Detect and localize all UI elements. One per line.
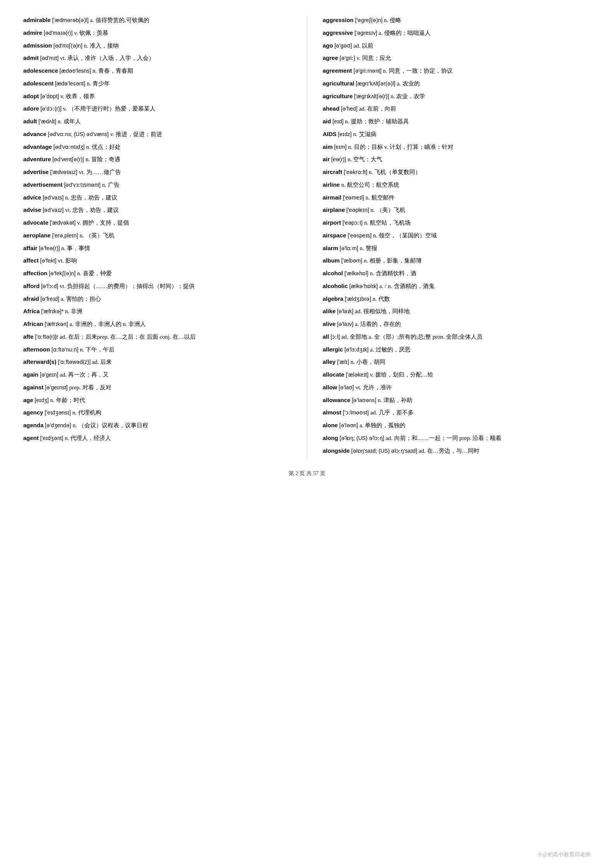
entry-def: 忠告，劝告，建议 bbox=[71, 194, 117, 201]
entry-def: 青少年 bbox=[92, 80, 110, 87]
entry-def: 害怕的；担心 bbox=[66, 296, 101, 302]
entry-word: airline bbox=[323, 181, 340, 188]
entry-phonetic: [əd'vaɪz] bbox=[43, 207, 63, 213]
dictionary-entry: advice [əd'vaɪs] n. 忠告，劝告，建议 bbox=[23, 193, 291, 203]
entry-def: 以前 bbox=[362, 43, 373, 49]
entry-word: age bbox=[23, 397, 33, 403]
entry-phonetic: [eɪd] bbox=[332, 118, 343, 124]
dictionary-entry: alike [ə'laɪk] ad. 很相似地，同样地 bbox=[323, 307, 591, 316]
entry-def: 单独的，孤独的 bbox=[365, 422, 405, 428]
entry-pos: v. bbox=[74, 30, 78, 36]
entry-pos: n. bbox=[80, 346, 84, 353]
entry-pos: n. bbox=[61, 245, 65, 251]
dictionary-entry: against [ə'geɪnst] prep. 对着，反对 bbox=[23, 383, 291, 392]
entry-def: 青春，青春期 bbox=[98, 68, 133, 74]
entry-phonetic: [ə'fekt] bbox=[40, 258, 56, 264]
entry-phonetic: [əd'ventʃə(r)] bbox=[52, 156, 84, 162]
entry-phonetic: [ə'hed] bbox=[341, 106, 357, 112]
entry-def: 援助；救护；辅助器具 bbox=[351, 118, 409, 124]
entry-def: 航空站，飞机场 bbox=[370, 220, 410, 226]
entry-def: 再一次；再，又 bbox=[68, 372, 109, 378]
entry-phonetic: [ædə'lesənt] bbox=[55, 80, 85, 87]
entry-pos: n. bbox=[353, 131, 357, 137]
logo-watermark: ※@初高中教育邱老师 bbox=[537, 851, 591, 858]
entry-phonetic: ['ælɪ] bbox=[337, 359, 349, 365]
entry-word: adore bbox=[23, 105, 39, 112]
entry-word: all bbox=[323, 333, 329, 340]
entry-pos: v. bbox=[357, 55, 361, 61]
entry-pos: v. bbox=[77, 220, 81, 226]
entry-def: 广告 bbox=[108, 182, 120, 188]
entry-word: adventure bbox=[23, 156, 51, 162]
dictionary-entry: airspace ['eəspeɪs] n. 领空，（某国的）空域 bbox=[323, 231, 591, 240]
entry-word: affect bbox=[23, 257, 39, 264]
dictionary-entry: aggression ['əgreʃ(ə)n] n. 侵略 bbox=[323, 15, 591, 25]
entry-def: 艾滋病 bbox=[359, 131, 376, 137]
entry-word: admire bbox=[23, 29, 42, 36]
dictionary-entry: afte ['ɑːftə(r)]r ad. 在后；后来prep. 在…之后；在 … bbox=[23, 332, 291, 342]
entry-word: alcoholic bbox=[323, 283, 348, 289]
entry-word: afternoon bbox=[23, 346, 50, 353]
dictionary-entry: alarm [ə'lɑːm] n. 警报 bbox=[323, 244, 591, 253]
entry-word: allow bbox=[323, 384, 337, 391]
entry-word: AIDS bbox=[323, 131, 337, 137]
entry-pos: vt. bbox=[60, 283, 65, 289]
entry-phonetic: ['ɑːftə(r)]r bbox=[35, 334, 58, 340]
entry-pos: n. bbox=[58, 118, 62, 124]
entry-def: （美）飞机 bbox=[376, 207, 405, 213]
entry-phonetic: [eɪdʒ] bbox=[35, 397, 49, 403]
dictionary-entry: alley ['ælɪ] n. 小巷，胡同 bbox=[323, 357, 591, 367]
entry-def: 成年人 bbox=[63, 118, 81, 124]
entry-word: agricultural bbox=[323, 80, 354, 87]
entry-def: 为……做广告 bbox=[86, 169, 121, 175]
entry-word: adopt bbox=[23, 93, 39, 99]
dictionary-entry: allow [ə'laʊ] vt. 允许，准许 bbox=[323, 383, 591, 392]
entry-word: agenda bbox=[23, 422, 44, 428]
dictionary-entry: alcoholic [ælkə'hɒlɪk] a. / n. 含酒精的，酒鬼 bbox=[323, 281, 591, 291]
entry-word: affair bbox=[23, 245, 38, 251]
entry-def: 拥护，支持，提倡 bbox=[82, 220, 129, 226]
entry-phonetic: [əd'vɑːns; (US) əd'væns] bbox=[48, 131, 109, 137]
entry-phonetic: [ə'griːmənt] bbox=[354, 68, 381, 74]
entry-def: 侵略的；咄咄逼人 bbox=[384, 30, 431, 36]
entry-word: afraid bbox=[23, 295, 39, 302]
entry-word: alcohol bbox=[323, 270, 343, 276]
entry-pos: n. bbox=[364, 258, 368, 264]
entry-def: 向前；和……一起；一同 prep. 沿着；顺着 bbox=[394, 435, 502, 441]
entry-pos: n. bbox=[370, 270, 374, 276]
entry-phonetic: [eɪdz] bbox=[338, 131, 352, 137]
entry-def: 事，事情 bbox=[67, 245, 90, 251]
dictionary-entry: alone [ə'ləʊn] a. 单独的，孤独的 bbox=[323, 421, 591, 430]
entry-phonetic: ['eəpleɪn] bbox=[346, 207, 369, 213]
entry-def: 相册，影集，集邮簿 bbox=[369, 258, 422, 264]
entry-phonetic: [əd'mɪt] bbox=[40, 55, 59, 61]
dictionary-entry: along [ə'lɒŋ; (US) ə'lɔːŋ] ad. 向前；和……一起；… bbox=[323, 433, 591, 443]
dictionary-entry: agreement [ə'griːmənt] n. 同意，一致；协定，协议 bbox=[323, 66, 591, 76]
entry-word: along bbox=[323, 435, 338, 441]
dictionary-entry: alcohol ['ælkəhɒl] n. 含酒精饮料，酒 bbox=[323, 269, 591, 278]
entry-pos: n. bbox=[390, 93, 395, 99]
entry-pos: vt. bbox=[60, 55, 66, 61]
entry-def: 航空邮件 bbox=[371, 194, 395, 201]
entry-def: 小巷，胡同 bbox=[356, 359, 385, 365]
entry-phonetic: [ə'fɔːd] bbox=[41, 283, 58, 289]
dictionary-entry: afternoon [ɑːftə'nuːn] n. 下午，午后 bbox=[23, 345, 291, 355]
dictionary-entry: adolescence [ædəʊ'lesns] n. 青春，青春期 bbox=[23, 66, 291, 76]
entry-pos: n. bbox=[50, 397, 55, 403]
entry-def: 在前，向前 bbox=[367, 106, 396, 112]
entry-pos: v. bbox=[370, 372, 374, 378]
entry-phonetic: [ə'freɪd] bbox=[41, 296, 60, 302]
entry-def: 在后；后来prep. 在…之后；在 后面 conj. 在…以后 bbox=[68, 334, 196, 340]
entry-pos: a. / n. bbox=[379, 283, 392, 289]
dictionary-entry: advance [əd'vɑːns; (US) əd'væns] v. 推进，促… bbox=[23, 130, 291, 139]
entry-phonetic: ['ældʒɪbrə] bbox=[345, 296, 371, 302]
entry-phonetic: ['ægrɪkʌltʃə(r)] bbox=[354, 93, 389, 99]
dictionary-entry: again [ə'geɪn] ad. 再一次；再，又 bbox=[23, 370, 291, 380]
entry-pos: n. bbox=[360, 245, 364, 251]
entry-phonetic: [ɔːl] bbox=[330, 334, 340, 340]
entry-phonetic: [ædəʊ'lesns] bbox=[60, 68, 91, 74]
columns-wrapper: admirable ['ædmərəb(ə)l] a. 值得赞赏的,可钦佩的ad… bbox=[23, 15, 591, 459]
entry-pos: a. bbox=[69, 321, 73, 327]
entry-phonetic: ['eəkrɑːft] bbox=[344, 169, 368, 175]
entry-def: 值得赞赏的,可钦佩的 bbox=[96, 17, 149, 23]
